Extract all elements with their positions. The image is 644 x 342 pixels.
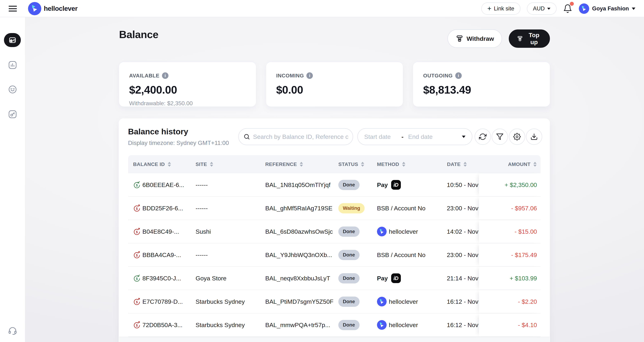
table-row[interactable]: $B04E8C49-...SushiBAL_6sD80azwhsOwSjcDon… bbox=[128, 220, 540, 244]
topup-button[interactable]: Top up bbox=[509, 30, 550, 48]
date: 14:02 - Nov 0 bbox=[447, 220, 480, 243]
reference: BAL_mmwPQA+tr57p... bbox=[265, 314, 330, 336]
column-header-reference[interactable]: REFERENCE bbox=[265, 155, 303, 173]
balance-id: B04E8C49-... bbox=[142, 220, 179, 243]
helloclever-label: helloclever bbox=[389, 298, 418, 305]
table-body: $6B0EEEAE-6...------BAL_1N81q05OmTlYjqfD… bbox=[128, 173, 540, 337]
topbar-right: + Link site AUD Goya Fashion bbox=[481, 0, 636, 17]
column-header-status[interactable]: STATUS bbox=[338, 155, 364, 173]
refresh-icon bbox=[479, 133, 486, 140]
column-header-method[interactable]: METHOD bbox=[377, 155, 405, 173]
filter-button[interactable] bbox=[492, 128, 508, 145]
table-row[interactable]: $6B0EEEAE-6...------BAL_1N81q05OmTlYjqfD… bbox=[128, 173, 540, 197]
account-menu[interactable]: Goya Fashion bbox=[579, 4, 636, 14]
sort-icon bbox=[402, 162, 405, 167]
reference: BAL_ghMf5RaIAg719SE bbox=[265, 197, 332, 220]
table-row[interactable]: $BBBA4CA9-...------BAL_Y9JhbWQ3nOXb...Do… bbox=[128, 244, 540, 267]
balance-id: BBBA4CA9-... bbox=[142, 244, 181, 266]
available-label: AVAILABLE bbox=[129, 73, 160, 79]
download-icon bbox=[530, 133, 538, 140]
column-label: SITE bbox=[196, 162, 207, 167]
column-label: BALANCE ID bbox=[133, 162, 165, 167]
payid-badge-icon: iD bbox=[391, 180, 401, 190]
helloclever-method: helloclever bbox=[377, 297, 418, 306]
date: 16:12 - Nov 0 bbox=[447, 290, 480, 313]
withdraw-label: Withdraw bbox=[466, 35, 494, 42]
refresh-button[interactable] bbox=[475, 128, 491, 145]
bar-chart-icon bbox=[8, 60, 18, 70]
reference: BAL_6sD80azwhsOwSjc bbox=[265, 220, 333, 243]
available-card: AVAILABLE i $2,400.00 Withdrawable: $2,3… bbox=[119, 62, 256, 106]
site: Sushi bbox=[196, 220, 211, 243]
download-button[interactable] bbox=[526, 128, 542, 145]
table-row[interactable]: $72D0B50A-3...Starbucks SydneyBAL_mmwPQA… bbox=[128, 314, 540, 337]
link-site-label: Link site bbox=[494, 6, 514, 12]
amount: - $175.49 bbox=[479, 244, 540, 266]
settings-button[interactable] bbox=[509, 128, 525, 145]
date: 21:14 - Nov 0 bbox=[447, 267, 480, 290]
link-site-button[interactable]: + Link site bbox=[481, 2, 520, 15]
status-badge: Done bbox=[338, 296, 360, 307]
incoming-transaction-icon: $ bbox=[133, 181, 141, 189]
account-avatar bbox=[579, 4, 589, 14]
history-title: Balance history bbox=[128, 127, 188, 136]
range-dash: - bbox=[402, 133, 403, 140]
currency-select[interactable]: AUD bbox=[527, 2, 556, 15]
status-badge: Done bbox=[338, 320, 360, 330]
date: 10:50 - Nov 0 bbox=[447, 173, 480, 196]
method: PayiD bbox=[377, 173, 401, 196]
amount: + $2,350.00 bbox=[479, 173, 540, 196]
sidebar-item-api-keys[interactable] bbox=[0, 109, 25, 119]
balance-id: BDD25F26-6... bbox=[142, 197, 183, 220]
sidebar-item-support[interactable] bbox=[0, 326, 25, 336]
method: PayiD bbox=[377, 267, 401, 290]
status-badge: Done bbox=[338, 226, 360, 237]
table-header: BALANCE IDSITEREFERENCESTATUSMETHODDATEA… bbox=[128, 155, 540, 173]
search-input[interactable] bbox=[253, 133, 348, 140]
notifications-button[interactable] bbox=[563, 3, 572, 14]
date-range-picker[interactable]: Start date - End date bbox=[358, 128, 472, 145]
sidebar-item-wallet[interactable] bbox=[4, 33, 21, 47]
table-row[interactable]: $E7C70789-D...Starbucks SydneyBAL_PtiMD7… bbox=[128, 290, 540, 314]
payid-label: Pay bbox=[377, 182, 388, 188]
column-label: METHOD bbox=[377, 162, 399, 167]
helloclever-logo-icon bbox=[377, 227, 387, 236]
plus-icon: + bbox=[488, 5, 491, 12]
column-header-date[interactable]: DATE bbox=[447, 155, 467, 173]
svg-text:$: $ bbox=[136, 277, 138, 280]
table-footer bbox=[119, 337, 550, 342]
column-label: STATUS bbox=[338, 162, 358, 167]
column-header-site[interactable]: SITE bbox=[196, 155, 213, 173]
svg-text:$: $ bbox=[136, 184, 138, 187]
info-icon[interactable]: i bbox=[162, 72, 168, 79]
amount: - $4.10 bbox=[479, 314, 540, 336]
helloclever-method: helloclever bbox=[377, 320, 418, 330]
sort-icon bbox=[464, 162, 467, 167]
sidebar-item-analytics[interactable] bbox=[0, 60, 25, 70]
table-row[interactable]: $8F3945C0-J...Goya StoreBAL_neqv8XxbbuJs… bbox=[128, 267, 540, 290]
topbar: helloclever + Link site AUD bbox=[0, 0, 644, 17]
table-row[interactable]: $BDD25F26-6...------BAL_ghMf5RaIAg719SEW… bbox=[128, 197, 540, 220]
site: ------ bbox=[196, 197, 208, 220]
brand-name: helloclever bbox=[44, 5, 78, 12]
withdraw-button[interactable]: Withdraw bbox=[448, 30, 502, 48]
account-name: Goya Fashion bbox=[592, 6, 629, 12]
menu-toggle-button[interactable] bbox=[8, 5, 17, 12]
sidebar-item-customers[interactable] bbox=[0, 84, 25, 94]
search-box bbox=[238, 128, 353, 145]
info-icon[interactable]: i bbox=[306, 72, 313, 79]
amount: + $103.99 bbox=[479, 267, 540, 290]
method: BSB / Account No bbox=[377, 244, 426, 266]
amount: - $2.20 bbox=[479, 290, 540, 313]
column-header-amount[interactable]: AMOUNT bbox=[508, 155, 536, 173]
brand[interactable]: helloclever bbox=[28, 2, 78, 15]
outgoing-transaction-icon: $ bbox=[133, 321, 141, 329]
page-title: Balance bbox=[119, 28, 158, 40]
column-header-balance-id[interactable]: BALANCE ID bbox=[133, 155, 171, 173]
currency-label: AUD bbox=[533, 6, 545, 12]
headset-icon bbox=[7, 326, 18, 336]
outgoing-label: OUTGOING bbox=[423, 73, 452, 79]
info-icon[interactable]: i bbox=[455, 72, 462, 79]
topup-label: Top up bbox=[526, 32, 542, 46]
column-label: REFERENCE bbox=[265, 162, 297, 167]
